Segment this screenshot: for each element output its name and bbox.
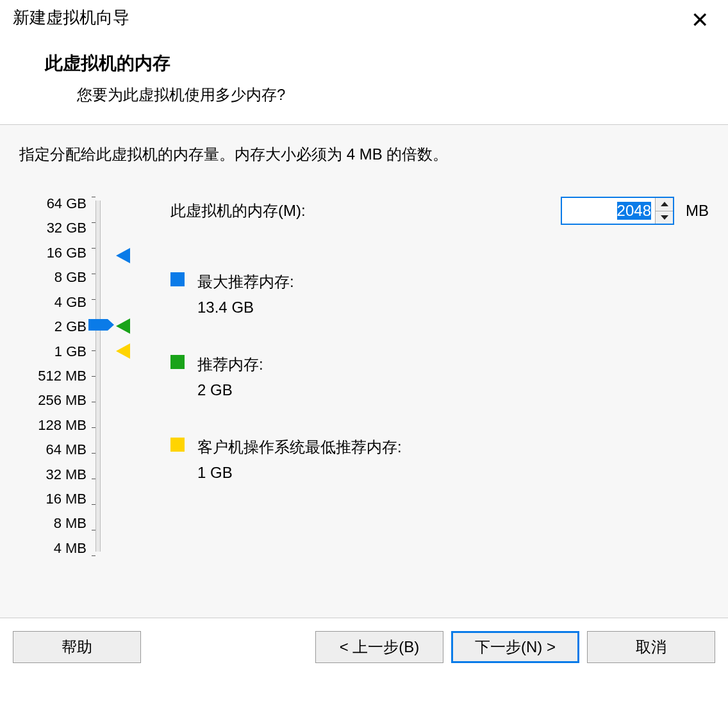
footer-spacer — [149, 631, 308, 663]
slider-tick-label: 16 MB — [19, 492, 87, 506]
chevron-up-icon — [661, 202, 668, 206]
titlebar: 新建虚拟机向导 ✕ — [0, 0, 728, 38]
memory-input-label: 此虚拟机的内存(M): — [170, 201, 549, 221]
back-button[interactable]: < 上一步(B) — [315, 631, 443, 663]
legend-max-memory: 最大推荐内存: 13.4 GB — [170, 270, 709, 320]
memory-unit: MB — [686, 202, 709, 220]
slider-markers — [116, 197, 142, 555]
legend-max-label: 最大推荐内存: — [197, 270, 294, 294]
slider-tick-label: 64 MB — [19, 443, 87, 457]
wizard-header: 此虚拟机的内存 您要为此虚拟机使用多少内存? — [0, 38, 728, 125]
spinner-buttons — [655, 198, 673, 224]
memory-input[interactable] — [562, 198, 655, 224]
legend-rec-value: 2 GB — [197, 378, 263, 402]
memory-details: 此虚拟机的内存(M): MB 最大推荐内存: 13.4 GB — [158, 197, 709, 555]
blue-swatch-icon — [170, 272, 185, 286]
legend-min-value: 1 GB — [197, 461, 402, 485]
slider-tick-label: 1 GB — [19, 345, 87, 359]
slider-tick-label: 32 MB — [19, 468, 87, 482]
slider-tick-label: 8 MB — [19, 516, 87, 530]
memory-spinner[interactable] — [561, 197, 674, 225]
slider-track[interactable] — [92, 197, 111, 555]
slider-groove — [95, 201, 101, 552]
help-button[interactable]: 帮助 — [13, 631, 141, 663]
close-icon[interactable]: ✕ — [684, 6, 715, 33]
slider-tick-label: 4 GB — [19, 295, 87, 309]
min-memory-marker-icon — [116, 343, 130, 359]
slider-tick-label: 512 MB — [19, 369, 87, 383]
slider-thumb[interactable] — [88, 319, 108, 331]
window-title: 新建虚拟机向导 — [13, 6, 129, 29]
slider-tick-labels: 64 GB32 GB16 GB8 GB4 GB2 GB1 GB512 MB256… — [19, 197, 87, 555]
legend-min-memory: 客户机操作系统最低推荐内存: 1 GB — [170, 435, 709, 486]
chevron-down-icon — [661, 215, 668, 220]
page-title: 此虚拟机的内存 — [45, 51, 715, 76]
content-area: 指定分配给此虚拟机的内存量。内存大小必须为 4 MB 的倍数。 64 GB32 … — [0, 125, 728, 618]
page-subtitle: 您要为此虚拟机使用多少内存? — [45, 85, 715, 105]
slider-tick-label: 128 MB — [19, 418, 87, 432]
slider-tick-label: 64 GB — [19, 197, 87, 211]
legend-rec-label: 推荐内存: — [197, 352, 263, 377]
yellow-swatch-icon — [170, 438, 185, 452]
legend-min-label: 客户机操作系统最低推荐内存: — [197, 435, 402, 459]
slider-tick-label: 32 GB — [19, 221, 87, 235]
spinner-up-button[interactable] — [656, 198, 673, 211]
legend-text: 推荐内存: 2 GB — [197, 352, 263, 403]
instruction-text: 指定分配给此虚拟机的内存量。内存大小必须为 4 MB 的倍数。 — [19, 144, 709, 165]
slider-tick-label: 8 GB — [19, 270, 87, 284]
spinner-down-button[interactable] — [656, 211, 673, 224]
legend-max-value: 13.4 GB — [197, 295, 294, 320]
green-swatch-icon — [170, 355, 185, 369]
slider-tick-label: 16 GB — [19, 246, 87, 260]
cancel-button[interactable]: 取消 — [587, 631, 715, 663]
legend-text: 最大推荐内存: 13.4 GB — [197, 270, 294, 320]
memory-slider[interactable]: 64 GB32 GB16 GB8 GB4 GB2 GB1 GB512 MB256… — [19, 197, 142, 555]
slider-tick-label: 2 GB — [19, 320, 87, 334]
legend-recommended-memory: 推荐内存: 2 GB — [170, 352, 709, 403]
recommended-memory-marker-icon — [116, 318, 130, 334]
memory-config-row: 64 GB32 GB16 GB8 GB4 GB2 GB1 GB512 MB256… — [19, 197, 709, 555]
wizard-footer: 帮助 < 上一步(B) 下一步(N) > 取消 — [0, 618, 728, 676]
max-memory-marker-icon — [116, 248, 130, 263]
slider-tick-label: 256 MB — [19, 393, 87, 407]
memory-input-row: 此虚拟机的内存(M): MB — [170, 197, 709, 225]
slider-tick-label: 4 MB — [19, 541, 87, 555]
legend-text: 客户机操作系统最低推荐内存: 1 GB — [197, 435, 402, 486]
next-button[interactable]: 下一步(N) > — [451, 631, 579, 663]
